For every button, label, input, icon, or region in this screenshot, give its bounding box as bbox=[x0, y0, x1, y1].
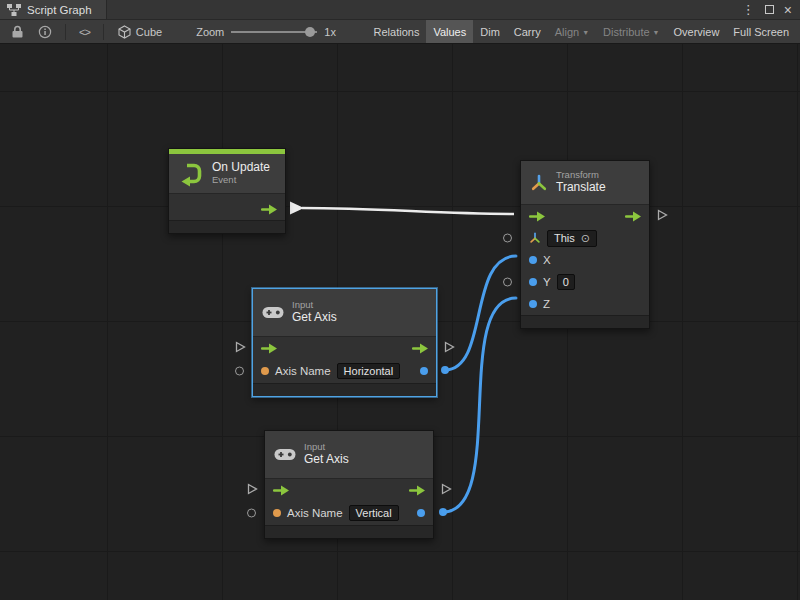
flow-port-row bbox=[521, 205, 649, 227]
x-input-port[interactable] bbox=[529, 256, 537, 264]
node-title: On Update bbox=[212, 161, 270, 175]
node-transform-translate[interactable]: Transform Translate This ⊙ bbox=[520, 160, 650, 329]
flow-output-indicator[interactable] bbox=[441, 481, 452, 499]
axis-name-input-indicator[interactable] bbox=[247, 509, 256, 518]
lock-icon[interactable] bbox=[4, 20, 31, 43]
target-name: Cube bbox=[136, 26, 162, 38]
value-output-port[interactable] bbox=[420, 367, 428, 375]
y-input-port-indicator[interactable] bbox=[503, 278, 512, 287]
code-view-icon[interactable]: <> bbox=[72, 20, 97, 43]
flow-output-port[interactable] bbox=[412, 343, 428, 354]
node-footer bbox=[169, 220, 285, 233]
info-icon[interactable] bbox=[31, 20, 59, 43]
values-button[interactable]: Values bbox=[426, 20, 473, 43]
node-footer bbox=[265, 525, 433, 538]
script-graph-icon bbox=[7, 4, 21, 16]
node-header[interactable]: Transform Translate bbox=[521, 161, 649, 205]
flow-wire-arrowhead[interactable] bbox=[290, 202, 304, 215]
wire-endpoint-dot[interactable] bbox=[441, 366, 449, 374]
axis-name-field[interactable]: Horizontal bbox=[337, 363, 401, 379]
flow-output-indicator[interactable] bbox=[444, 339, 455, 357]
carry-button[interactable]: Carry bbox=[507, 20, 548, 43]
axis-name-input-port[interactable] bbox=[273, 509, 281, 517]
script-graph-window: Script Graph ⋮ × <> Cube Zoom bbox=[0, 0, 800, 600]
chevron-down-icon: ▼ bbox=[582, 29, 589, 36]
update-loop-icon bbox=[178, 161, 204, 187]
graph-canvas[interactable]: On Update Event Transform Translate bbox=[0, 44, 800, 600]
this-input-port[interactable] bbox=[503, 234, 512, 243]
axis-name-row: Axis Name Vertical bbox=[265, 501, 433, 525]
this-port-row: This ⊙ bbox=[521, 227, 649, 249]
object-picker-icon[interactable]: ⊙ bbox=[581, 232, 590, 245]
dim-button[interactable]: Dim bbox=[473, 20, 507, 43]
flow-input-port[interactable] bbox=[273, 485, 289, 496]
axis-name-field[interactable]: Vertical bbox=[349, 505, 399, 521]
graph-target[interactable]: Cube bbox=[110, 25, 170, 39]
overview-button[interactable]: Overview bbox=[667, 20, 727, 43]
zoom-label: Zoom bbox=[196, 26, 224, 38]
flow-port-row bbox=[265, 479, 433, 501]
relations-button[interactable]: Relations bbox=[367, 20, 427, 43]
title-bar: Script Graph ⋮ × bbox=[0, 0, 800, 20]
node-get-axis-vertical[interactable]: Input Get Axis Axis Name Vertical bbox=[264, 430, 434, 539]
axis-name-label: Axis Name bbox=[287, 507, 343, 519]
node-header[interactable]: On Update Event bbox=[169, 154, 285, 194]
z-input-port[interactable] bbox=[529, 300, 537, 308]
y-value-field[interactable]: 0 bbox=[557, 274, 575, 290]
axis-name-input-port[interactable] bbox=[261, 367, 269, 375]
close-icon[interactable]: × bbox=[784, 3, 792, 17]
axis-name-label: Axis Name bbox=[275, 365, 331, 377]
node-title: Get Axis bbox=[304, 453, 349, 467]
wire-endpoint-dot[interactable] bbox=[439, 508, 447, 516]
y-label: Y bbox=[543, 276, 551, 288]
y-input-port[interactable] bbox=[529, 278, 537, 286]
zoom-slider[interactable] bbox=[231, 26, 317, 38]
flow-output-port[interactable] bbox=[409, 485, 425, 496]
flow-output-port[interactable] bbox=[261, 204, 277, 215]
flow-input-indicator[interactable] bbox=[247, 481, 258, 499]
node-header[interactable]: Input Get Axis bbox=[253, 289, 436, 337]
node-footer bbox=[253, 383, 436, 396]
gamepad-icon bbox=[262, 306, 284, 319]
flow-input-port[interactable] bbox=[261, 343, 277, 354]
maximize-icon[interactable] bbox=[765, 5, 774, 14]
value-wire-horizontal-to-x[interactable] bbox=[445, 256, 516, 370]
x-port-row: X bbox=[521, 249, 649, 271]
gamepad-icon bbox=[274, 448, 296, 461]
window-menu-icon[interactable]: ⋮ bbox=[742, 2, 755, 17]
toolbar-separator bbox=[65, 24, 66, 40]
toolbar-separator bbox=[103, 24, 104, 40]
zoom-slider-handle[interactable] bbox=[305, 27, 315, 37]
transform-mini-icon bbox=[529, 232, 541, 244]
tab-script-graph[interactable]: Script Graph bbox=[0, 0, 107, 19]
graph-toolbar: <> Cube Zoom 1x Relations Values Dim Car… bbox=[0, 20, 800, 44]
axis-name-row: Axis Name Horizontal bbox=[253, 359, 436, 383]
align-dropdown[interactable]: Align ▼ bbox=[548, 20, 596, 43]
z-label: Z bbox=[543, 298, 550, 310]
flow-port-row bbox=[169, 198, 285, 220]
flow-input-indicator[interactable] bbox=[235, 339, 246, 357]
node-footer bbox=[521, 315, 649, 328]
node-title: Get Axis bbox=[292, 311, 337, 325]
cube-icon bbox=[118, 25, 131, 39]
node-get-axis-horizontal[interactable]: Input Get Axis Axis Name Horizonta bbox=[252, 288, 437, 397]
chevron-down-icon: ▼ bbox=[653, 29, 660, 36]
flow-input-port[interactable] bbox=[529, 211, 545, 222]
zoom-value: 1x bbox=[324, 26, 336, 38]
flow-wire-onupdate-to-translate[interactable] bbox=[302, 208, 514, 214]
fullscreen-button[interactable]: Full Screen bbox=[726, 20, 796, 43]
transform-icon bbox=[530, 174, 548, 192]
flow-output-port[interactable] bbox=[625, 211, 641, 222]
node-header[interactable]: Input Get Axis bbox=[265, 431, 433, 479]
z-port-row: Z bbox=[521, 293, 649, 315]
this-object-field[interactable]: This ⊙ bbox=[547, 230, 597, 247]
node-subtitle: Event bbox=[212, 175, 270, 186]
x-label: X bbox=[543, 254, 551, 266]
axis-name-input-indicator[interactable] bbox=[235, 367, 244, 376]
value-wire-vertical-to-z[interactable] bbox=[443, 298, 516, 512]
node-title: Translate bbox=[556, 181, 606, 195]
value-output-port[interactable] bbox=[417, 509, 425, 517]
flow-output-indicator[interactable] bbox=[657, 207, 668, 225]
distribute-dropdown[interactable]: Distribute ▼ bbox=[596, 20, 666, 43]
node-on-update[interactable]: On Update Event bbox=[168, 148, 286, 234]
